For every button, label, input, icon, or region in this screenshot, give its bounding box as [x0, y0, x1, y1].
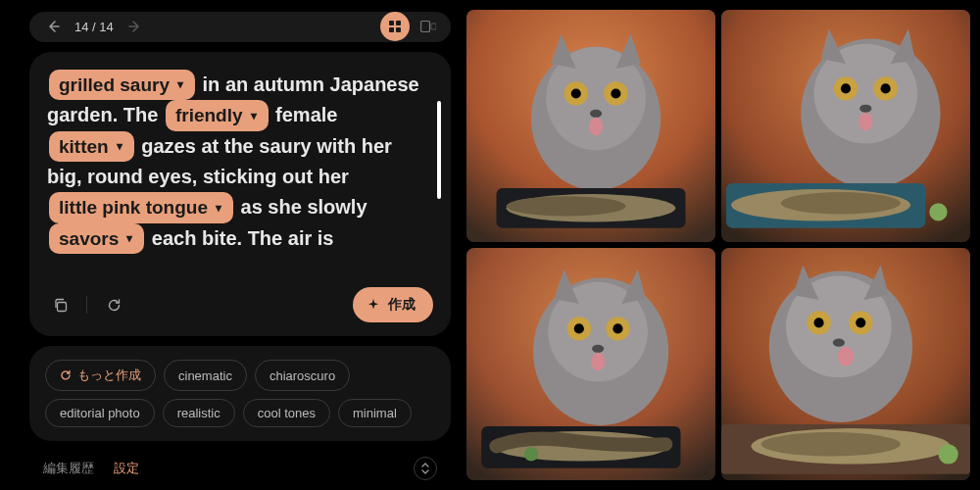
sparkle-icon [367, 298, 380, 312]
svg-point-51 [833, 339, 845, 347]
svg-point-11 [571, 88, 581, 98]
prompt-fragment: each bite. The air is [146, 227, 333, 249]
svg-rect-3 [396, 27, 401, 32]
svg-point-48 [813, 318, 823, 327]
grid-view-button[interactable] [380, 12, 410, 41]
scrollbar[interactable] [437, 101, 441, 199]
prompt-pill-kitten[interactable]: kitten▾ [49, 131, 134, 162]
chip-label: chiaroscuro [270, 368, 335, 383]
prompt-text[interactable]: grilled saury▾ in an autumn Japanese gar… [47, 70, 433, 254]
grid-icon [388, 20, 402, 33]
svg-point-25 [881, 83, 891, 93]
svg-point-15 [589, 118, 603, 135]
chevron-down-icon: ▾ [212, 199, 225, 218]
prompt-pill-grilled-saury[interactable]: grilled saury▾ [49, 70, 195, 100]
svg-point-36 [574, 323, 584, 333]
svg-rect-5 [431, 24, 436, 29]
prompt-pill-friendly[interactable]: friendly▾ [166, 100, 269, 130]
collapse-button[interactable] [414, 457, 437, 480]
svg-point-31 [929, 203, 947, 220]
arrow-right-icon [126, 19, 142, 34]
svg-point-27 [858, 113, 872, 130]
prompt-actions: 作成 [47, 287, 433, 322]
chip-realistic[interactable]: realistic [163, 399, 235, 427]
create-button[interactable]: 作成 [353, 287, 433, 322]
next-button [123, 16, 145, 37]
svg-rect-1 [396, 21, 401, 25]
left-panel: 14 / 14 grilled saury▾ [0, 0, 461, 490]
chip-cinematic[interactable]: cinematic [164, 360, 247, 391]
chip-more[interactable]: もっと作成 [45, 360, 156, 391]
refresh-icon [60, 369, 72, 381]
pill-label: grilled saury [59, 71, 170, 99]
chip-label: cool tones [258, 406, 316, 420]
chevron-updown-icon [420, 462, 430, 475]
svg-point-52 [838, 347, 854, 367]
svg-point-43 [524, 447, 538, 461]
svg-rect-2 [389, 27, 394, 32]
tab-settings[interactable]: 設定 [114, 460, 139, 477]
generated-image-1[interactable] [466, 10, 715, 242]
svg-point-50 [856, 318, 865, 327]
chip-editorial[interactable]: editorial photo [45, 399, 155, 427]
chip-label: realistic [177, 406, 220, 420]
svg-point-26 [859, 105, 871, 113]
pill-label: friendly [175, 101, 243, 129]
chip-label: minimal [353, 406, 397, 420]
divider [86, 296, 87, 314]
image-grid [461, 0, 980, 490]
chip-label: cinematic [178, 368, 232, 383]
prompt-fragment: as she slowly [235, 196, 368, 218]
pill-label: little pink tongue [59, 193, 208, 221]
chevron-down-icon: ▾ [122, 229, 136, 248]
svg-point-40 [591, 353, 605, 370]
svg-rect-4 [421, 22, 430, 32]
chevron-down-icon: ▾ [113, 137, 126, 156]
chip-cooltones[interactable]: cool tones [243, 399, 330, 427]
svg-point-39 [592, 345, 604, 353]
chip-label: editorial photo [60, 406, 140, 420]
svg-point-38 [612, 323, 622, 333]
generated-image-4[interactable] [721, 248, 970, 480]
prompt-pill-savors[interactable]: savors▾ [49, 223, 144, 254]
create-label: 作成 [388, 296, 416, 314]
svg-point-55 [761, 432, 901, 456]
page-counter: 14 / 14 [74, 20, 114, 34]
svg-point-56 [938, 444, 957, 464]
prompt-fragment: female [270, 104, 338, 125]
svg-point-30 [781, 192, 901, 214]
copy-icon [53, 298, 68, 313]
tab-history[interactable]: 編集履歴 [43, 460, 94, 477]
svg-point-13 [611, 88, 620, 98]
prev-button[interactable] [43, 16, 65, 37]
compare-view-button[interactable] [414, 12, 443, 41]
bottom-tabs: 編集履歴 設定 [29, 451, 451, 480]
chip-label: もっと作成 [77, 367, 141, 384]
svg-point-18 [507, 196, 626, 216]
pill-label: savors [59, 224, 119, 253]
chevron-down-icon: ▾ [173, 75, 187, 94]
svg-point-14 [590, 110, 602, 118]
compare-icon [420, 21, 436, 32]
prompt-card: grilled saury▾ in an autumn Japanese gar… [29, 52, 451, 336]
svg-rect-0 [389, 21, 394, 25]
generated-image-2[interactable] [721, 10, 970, 242]
suggestions-card: もっと作成 cinematic chiaroscuro editorial ph… [29, 346, 451, 441]
prompt-pill-tongue[interactable]: little pink tongue▾ [49, 192, 233, 222]
chevron-down-icon: ▾ [247, 107, 261, 125]
rotate-icon [107, 298, 122, 313]
generated-image-3[interactable] [466, 248, 715, 480]
topbar: 14 / 14 [29, 12, 451, 42]
view-toggle [380, 12, 443, 41]
pill-label: kitten [59, 132, 109, 161]
copy-button[interactable] [47, 292, 73, 318]
svg-point-23 [841, 83, 851, 93]
arrow-left-icon [46, 19, 62, 34]
chip-chiaroscuro[interactable]: chiaroscuro [255, 360, 350, 391]
regenerate-button[interactable] [101, 292, 126, 318]
chip-minimal[interactable]: minimal [338, 399, 412, 427]
svg-rect-6 [57, 302, 66, 311]
